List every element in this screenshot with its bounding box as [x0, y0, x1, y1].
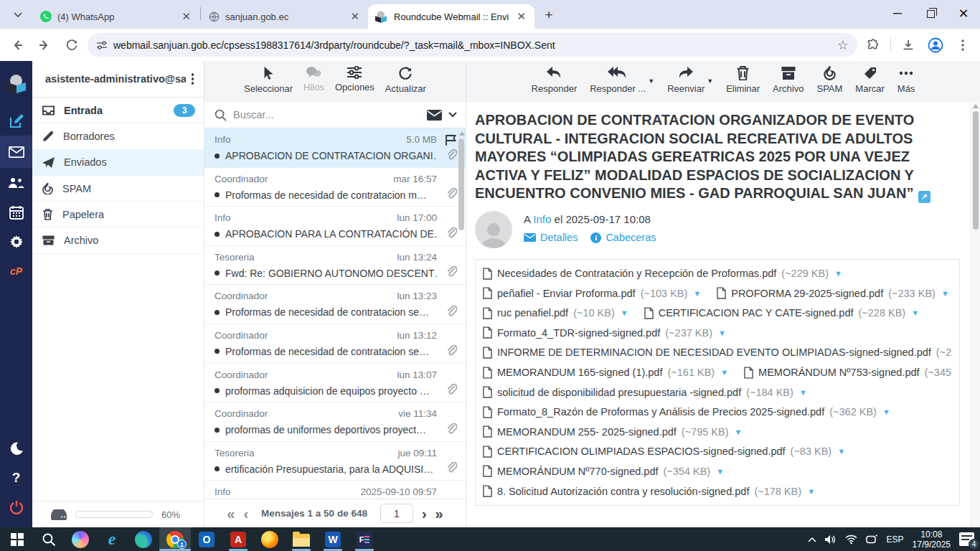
folder-borradores[interactable]: Borradores: [32, 123, 204, 149]
tab-close-icon[interactable]: ✕: [515, 10, 527, 23]
attachment-menu-caret[interactable]: ▼: [911, 309, 919, 317]
delete-button[interactable]: Eliminar: [726, 66, 760, 102]
attachment-chip[interactable]: CERTIFICACION PAC Y CATE-signed.pdf(~228…: [644, 307, 919, 319]
contacts-icon[interactable]: [0, 168, 32, 197]
chrome-icon[interactable]: [159, 527, 191, 551]
help-icon[interactable]: ?: [0, 463, 32, 492]
tab-close-icon[interactable]: ✕: [180, 10, 192, 23]
page-number-input[interactable]: 1: [380, 504, 413, 523]
mail-icon[interactable]: [0, 136, 32, 168]
flag-icon[interactable]: [445, 134, 457, 146]
message-row[interactable]: Info2025-09-10 09:57: [204, 481, 466, 499]
downloads-icon[interactable]: [897, 34, 920, 57]
attachment-menu-caret[interactable]: ▼: [718, 329, 726, 337]
settings-gear-icon[interactable]: [0, 227, 32, 256]
firefox-icon[interactable]: [254, 527, 286, 551]
attachment-chip[interactable]: Formato_8_Razón de Proformas y Análisis …: [483, 406, 890, 418]
folder-entrada[interactable]: Entrada 3: [32, 98, 204, 123]
message-row[interactable]: Info5.0 MB APROBACION DE CONTRATACION OR…: [204, 128, 466, 168]
new-tab-button[interactable]: +: [539, 5, 559, 25]
attachment-menu-caret[interactable]: ▼: [693, 289, 701, 298]
attachment-chip[interactable]: solicitud de disponibilidad presupuestar…: [483, 386, 807, 398]
file-explorer-icon[interactable]: [286, 527, 317, 551]
folder-spam[interactable]: SPAM: [32, 176, 204, 202]
compose-icon[interactable]: [0, 106, 32, 136]
folder-archivo[interactable]: Archivo: [32, 227, 204, 253]
attachment-chip[interactable]: MEMORÁNDUM Nº753-signed.pdf(~345 KB)▼: [744, 367, 952, 379]
attachment-menu-caret[interactable]: ▼: [834, 269, 842, 278]
forward-icon[interactable]: [33, 34, 56, 57]
extensions-icon[interactable]: [862, 34, 885, 57]
attachment-chip[interactable]: CERTIFICACION OLIMPIADAS ESPACIOS-signed…: [483, 446, 845, 458]
site-settings-icon[interactable]: [96, 39, 108, 51]
meet-now-icon[interactable]: [866, 534, 878, 545]
attachment-chip[interactable]: 8. Solicitud Autorización contra y resol…: [483, 485, 815, 497]
attachment-chip[interactable]: PROFORMA 29-2025-signed.pdf(~233 KB)▼: [717, 287, 949, 299]
address-bar[interactable]: webmail.sanjuan.gob.ec/cpsess1988317614/…: [88, 33, 857, 57]
reply-all-button[interactable]: Responder ...: [590, 66, 646, 94]
tab-search-button[interactable]: [6, 6, 30, 24]
attachment-chip[interactable]: Formato_4_TDR-signed-signed.pdf(~237 KB)…: [483, 326, 726, 339]
attachment-menu-caret[interactable]: ▼: [837, 447, 845, 456]
reply-all-menu-caret[interactable]: ▼: [648, 77, 654, 85]
message-row[interactable]: Coordinadorlun 13:23 Proformas de necesi…: [204, 285, 466, 324]
taskbar-clock[interactable]: 10:08 17/9/2025: [913, 529, 951, 550]
message-row[interactable]: Coordinadorlun 13:12 Proformas de necesi…: [204, 324, 466, 364]
language-indicator[interactable]: ESP: [887, 534, 904, 545]
start-button[interactable]: [1, 527, 33, 551]
message-row[interactable]: Coordinadormar 16:57 Proformas de necesi…: [204, 168, 466, 207]
message-row[interactable]: Coordinadorvie 11:34 proformas de unifor…: [204, 402, 466, 442]
minimize-button[interactable]: [881, 0, 914, 27]
select-button[interactable]: Seleccionar: [244, 66, 293, 102]
logout-power-icon[interactable]: [0, 492, 32, 522]
fes-app-icon[interactable]: F: [349, 527, 380, 551]
list-scrollbar[interactable]: [458, 131, 465, 230]
attachment-menu-caret[interactable]: ▼: [621, 309, 628, 317]
back-icon[interactable]: [6, 34, 29, 57]
internet-explorer-icon[interactable]: e: [96, 527, 128, 551]
tab-close-icon[interactable]: ✕: [349, 10, 361, 23]
attachment-chip[interactable]: MEMORANDUM 165-signed (1).pdf(~161 KB)▼: [483, 367, 728, 379]
details-link[interactable]: Detalles: [524, 232, 578, 243]
profile-avatar-icon[interactable]: [924, 34, 947, 57]
attachment-chip[interactable]: Necesidades de Contratación y Recepción …: [483, 268, 842, 280]
search-scope-envelope-icon[interactable]: [427, 110, 442, 121]
attachment-menu-caret[interactable]: ▼: [807, 487, 815, 496]
headers-link[interactable]: i Cabeceras: [590, 232, 656, 243]
open-in-new-window-icon[interactable]: ↗: [918, 191, 930, 203]
forward-menu-caret[interactable]: ▼: [707, 77, 713, 85]
tray-expand-chevron-icon[interactable]: [808, 537, 816, 542]
notification-center-icon[interactable]: 4: [959, 532, 974, 546]
acrobat-icon[interactable]: A: [222, 527, 254, 551]
word-icon[interactable]: W: [317, 527, 349, 551]
tab-roundcube-active[interactable]: Roundcube Webmail :: Enviados ✕: [368, 4, 534, 29]
outlook-icon[interactable]: O: [191, 527, 222, 551]
reply-button[interactable]: Responder: [532, 66, 578, 102]
folder-enviados[interactable]: Enviados: [32, 150, 204, 176]
attachment-chip[interactable]: ruc penafiel.pdf(~10 KB)▼: [483, 307, 628, 319]
attachment-menu-caret[interactable]: ▼: [716, 467, 724, 476]
forward-button[interactable]: Reenviar: [667, 66, 705, 94]
attachment-chip[interactable]: INFORME DE DETERMINACION DE NECESIDAD EV…: [483, 347, 952, 359]
account-menu-icon[interactable]: [186, 70, 200, 88]
attachment-menu-caret[interactable]: ▼: [799, 388, 807, 397]
more-button[interactable]: Más: [897, 66, 915, 102]
bookmark-star-icon[interactable]: ☆: [837, 37, 849, 53]
first-page-icon[interactable]: «: [227, 507, 235, 521]
scrollbar-thumb[interactable]: [973, 111, 979, 230]
recipient-link[interactable]: Info: [533, 213, 551, 225]
restore-button[interactable]: [914, 0, 947, 27]
attachment-chip[interactable]: MEMORANDUM 255- 2025-signed.pdf(~795 KB)…: [483, 425, 742, 438]
cpanel-icon[interactable]: cP: [0, 256, 32, 286]
reload-icon[interactable]: [60, 34, 83, 57]
attachment-chip[interactable]: MEMORÁNDUM Nº770-signed.pdf(~354 KB)▼: [483, 465, 724, 477]
scrollbar-thumb[interactable]: [458, 138, 464, 230]
search-bar[interactable]: Buscar...: [204, 102, 466, 128]
attachment-chip[interactable]: peñafiel - Enviar Proforma.pdf(~103 KB)▼: [483, 287, 701, 299]
taskbar-search-icon[interactable]: [33, 527, 65, 551]
copilot-icon[interactable]: [65, 527, 96, 551]
volume-icon[interactable]: [825, 534, 837, 545]
mark-button[interactable]: Marcar: [855, 66, 884, 102]
message-row[interactable]: Tesorerialun 13:24 Fwd: Re: GOBIERNO AUT…: [204, 246, 466, 286]
search-options-chevron-icon[interactable]: [448, 112, 457, 118]
